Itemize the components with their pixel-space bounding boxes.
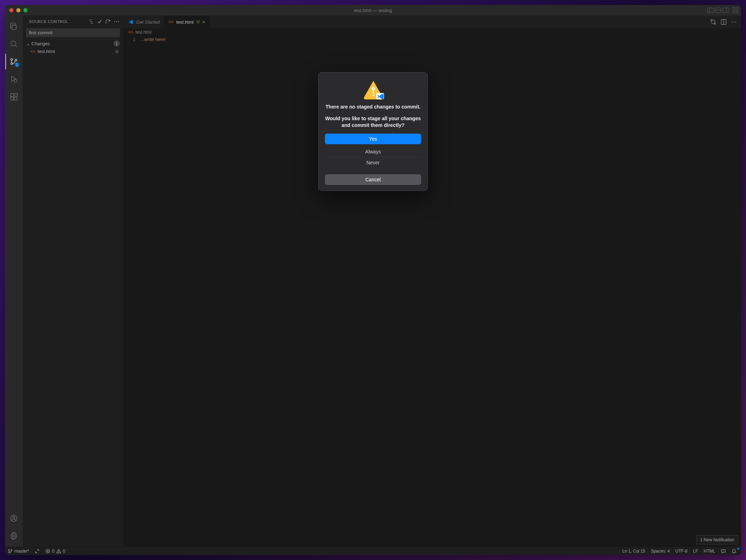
dialog-message-1: There are no staged changes to commit.: [326, 104, 420, 110]
cancel-button[interactable]: Cancel: [325, 174, 421, 185]
yes-button[interactable]: Yes: [325, 134, 421, 144]
never-button[interactable]: Never: [325, 157, 421, 168]
dialog-message-2: Would you like to stage all your changes…: [325, 115, 421, 129]
modal-overlay: There are no staged changes to commit. W…: [5, 5, 741, 555]
confirm-dialog: There are no staged changes to commit. W…: [318, 72, 428, 191]
warning-icon: [362, 80, 384, 99]
app-window: test.html — testing 1: [5, 5, 741, 555]
svg-point-36: [373, 95, 374, 97]
always-button[interactable]: Always: [325, 146, 421, 157]
